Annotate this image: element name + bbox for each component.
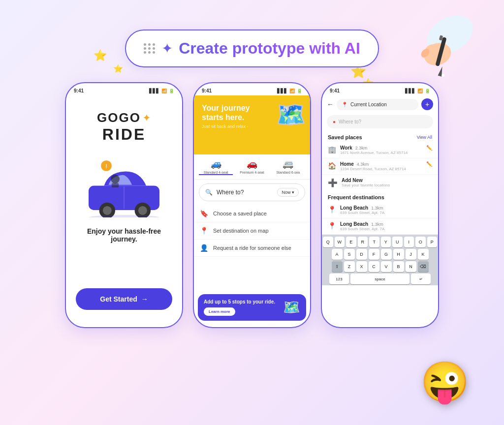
phone3-content: ← 📍 Current Location + ● Where to? Saved… (322, 95, 438, 325)
key-w[interactable]: W (335, 237, 345, 247)
keyboard-row-2: A S D F G H J K (323, 249, 437, 260)
key-x[interactable]: X (356, 261, 367, 272)
learn-more-button[interactable]: Learn more (204, 307, 235, 316)
view-all-button[interactable]: View All (417, 135, 432, 140)
key-v[interactable]: V (381, 261, 392, 272)
key-z[interactable]: Z (344, 261, 355, 272)
key-h[interactable]: H (393, 249, 404, 260)
key-return[interactable]: ↵ (411, 273, 431, 284)
car-option-standard4[interactable]: 🚙 Standard 4-seat (199, 158, 233, 175)
map-illustration: 🗺️ (276, 100, 306, 129)
home-addr: 1234 Desert Road, Tucson, AZ 85714 (340, 167, 406, 171)
key-g[interactable]: G (381, 249, 392, 260)
key-delete[interactable]: ⌫ (418, 261, 429, 272)
place-work[interactable]: 🏢 Work 2.3km 1671 North Avenue, Tucson, … (322, 142, 438, 158)
key-p[interactable]: P (427, 237, 438, 247)
key-space[interactable]: space (350, 273, 410, 284)
current-location-input[interactable]: 📍 Current Location (337, 99, 418, 110)
car-option-premium4[interactable]: 🚗 Premium 4-seat (235, 158, 269, 175)
key-o[interactable]: O (415, 237, 426, 247)
car-option-standard6[interactable]: 🚐 Standard 6-sea (271, 158, 305, 175)
frequent-2-info: Long Beach 1.3km 639 South Street, Apt. … (340, 221, 384, 231)
signal-icon-3: ▋▋▋ (405, 89, 415, 93)
svg-point-14 (138, 206, 147, 215)
phones-container: 9:41 ▋▋▋ 📶 🔋 GOGO ✦ RIDE ! (0, 67, 504, 328)
map-pin-icon: 📍 (200, 227, 208, 235)
key-f[interactable]: F (369, 249, 379, 260)
key-t[interactable]: T (369, 237, 379, 247)
key-c[interactable]: C (369, 261, 379, 272)
frequent-2[interactable]: 📍 Long Beach 1.3km 639 South Street, Apt… (322, 218, 438, 235)
back-button[interactable]: ← (327, 100, 334, 108)
add-new-icon: ➕ (328, 178, 338, 187)
where-to-input[interactable]: ● Where to? (327, 115, 433, 128)
edit-work-icon[interactable]: ✏️ (426, 145, 432, 151)
place-home[interactable]: 🏠 Home 4.3km 1234 Desert Road, Tucson, A… (322, 158, 438, 175)
search-placeholder: Where to? (217, 189, 244, 196)
work-dist: 2.3km (355, 146, 368, 151)
freq-dist-1: 1.3km (371, 206, 383, 211)
work-addr: 1671 North Avenue, Tucson, AZ 85714 (340, 151, 408, 155)
phone-booking: 9:41 ▋▋▋ 📶 🔋 Your journey starts here. J… (193, 82, 311, 328)
edit-home-icon[interactable]: ✏️ (426, 161, 432, 167)
wifi-icon-3: 📶 (417, 89, 423, 93)
add-new-place[interactable]: ➕ Add New Save your favorite locations (322, 175, 438, 190)
key-y[interactable]: Y (381, 237, 391, 247)
key-j[interactable]: J (406, 249, 416, 260)
key-123[interactable]: 123 (329, 273, 349, 284)
option-destination-map[interactable]: 📍 Set destination on map (194, 222, 310, 240)
home-name: Home (340, 161, 354, 167)
ride-text: RIDE (97, 125, 151, 144)
key-k[interactable]: K (418, 249, 429, 260)
time-2: 9:41 (202, 88, 212, 93)
option-someone-else[interactable]: 👤 Request a ride for someone else (194, 240, 310, 257)
gogo-top: GOGO ✦ (97, 110, 151, 125)
get-started-button[interactable]: Get Started → (76, 288, 172, 310)
booking-search-box[interactable]: 🔍 Where to? Now ▾ (199, 183, 305, 201)
wifi-icon-2: 📶 (289, 89, 295, 93)
key-d[interactable]: D (356, 249, 367, 260)
key-b[interactable]: B (393, 261, 404, 272)
svg-point-7 (441, 74, 445, 77)
arrow-icon: → (141, 295, 148, 303)
keyboard-row-1: Q W E R T Y U I O P (323, 237, 437, 247)
car-label-1: Standard 4-seat (204, 171, 228, 174)
key-e[interactable]: E (346, 237, 356, 247)
key-q[interactable]: Q (323, 237, 333, 247)
keyboard-bottom-row: 123 space ↵ (323, 273, 437, 284)
dot-icon: ● (333, 119, 336, 124)
search-icon-2: 🔍 (205, 189, 213, 196)
key-i[interactable]: I (404, 237, 414, 247)
svg-rect-17 (112, 183, 119, 187)
add-new-label: Add New (342, 178, 390, 183)
booking-options-list: 🔖 Choose a saved place 📍 Set destination… (194, 205, 310, 290)
add-stop-button[interactable]: + (421, 98, 433, 110)
key-u[interactable]: U (392, 237, 403, 247)
option-saved-place[interactable]: 🔖 Choose a saved place (194, 205, 310, 222)
car-label-3: Standard 6-sea (276, 171, 300, 174)
key-r[interactable]: R (358, 237, 368, 247)
sparkle-icon: ✦ (161, 40, 173, 57)
create-prototype-button[interactable]: ✦ Create prototype with AI (125, 30, 379, 67)
current-location-text: Current Location (350, 102, 387, 107)
saved-places-title: Saved places (328, 134, 362, 140)
home-icon: 🏠 (328, 162, 336, 170)
add-new-sub: Save your favorite locations (342, 183, 390, 187)
add-stops-banner: Add up to 5 stops to your ride. Learn mo… (198, 294, 306, 321)
option-label-1: Choose a saved place (213, 211, 267, 216)
frequent-1[interactable]: 📍 Long Beach 1.3km 639 South Street, Apt… (322, 202, 438, 218)
place-home-info: Home 4.3km 1234 Desert Road, Tucson, AZ … (340, 161, 406, 171)
freq-addr-1: 639 South Street, Apt. 7A (340, 211, 384, 215)
freq-name-1: Long Beach (340, 205, 368, 211)
header-area: ✦ Create prototype with AI (0, 0, 504, 67)
key-a[interactable]: A (332, 249, 343, 260)
signal-icon-2: ▋▋▋ (277, 89, 287, 93)
key-n[interactable]: N (406, 261, 416, 272)
key-s[interactable]: S (344, 249, 355, 260)
time-badge[interactable]: Now ▾ (277, 188, 299, 197)
keyboard-row-3: ⇧ Z X C V B N ⌫ (323, 261, 437, 272)
stops-illustration: 🗺️ (283, 299, 300, 315)
freq-addr-2: 639 South Street, Apt. 7A (340, 227, 384, 231)
key-shift[interactable]: ⇧ (332, 261, 343, 272)
addon-title: Add up to 5 stops to your ride. (204, 299, 279, 304)
